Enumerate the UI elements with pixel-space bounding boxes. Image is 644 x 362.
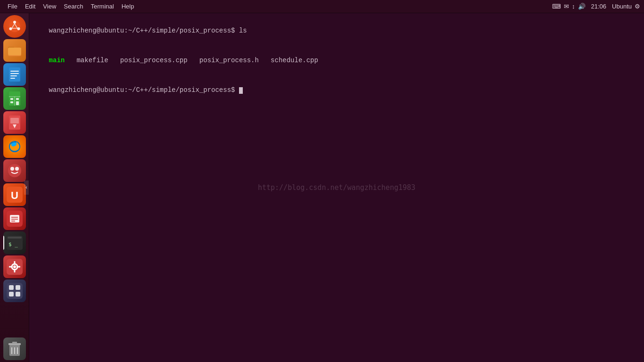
svg-rect-39 [14, 261, 15, 265]
menu-file[interactable]: File [4, 2, 21, 11]
svg-text:$ _: $ _ [8, 241, 18, 247]
svg-rect-9 [10, 73, 19, 74]
svg-rect-16 [16, 98, 19, 100]
svg-rect-42 [17, 266, 20, 268]
svg-text:U: U [11, 189, 18, 201]
launcher-ubuntu-one[interactable]: U [3, 183, 26, 206]
svg-rect-15 [10, 98, 13, 100]
svg-point-26 [15, 167, 19, 171]
svg-rect-18 [16, 101, 19, 105]
svg-rect-41 [9, 266, 13, 268]
watermark: http://blog.csdn.net/wangzhicheng1983 [258, 183, 415, 192]
launcher: U $ _ [0, 13, 29, 362]
launcher-writer[interactable] [3, 63, 26, 86]
svg-rect-11 [10, 78, 15, 79]
svg-rect-8 [10, 71, 19, 72]
terminal-line-2: main makefile posix_process.cpp posix_pr… [33, 46, 640, 75]
svg-rect-45 [9, 285, 14, 290]
session-icon[interactable]: ⚙ [635, 3, 640, 10]
sound-icon[interactable]: 🔊 [578, 3, 586, 10]
svg-rect-17 [10, 101, 13, 103]
launcher-pidgin[interactable] [3, 159, 26, 182]
network-icon[interactable]: ↕ [572, 3, 575, 10]
svg-rect-44 [7, 283, 23, 299]
username: Ubuntu [612, 3, 632, 10]
clock: 21:06 [591, 3, 607, 10]
svg-point-25 [10, 167, 14, 171]
system-tray: ⌨ ✉ ↕ 🔊 21:06 Ubuntu ⚙ [552, 3, 640, 10]
menu-terminal[interactable]: Terminal [87, 2, 118, 11]
svg-rect-40 [14, 269, 15, 272]
keyboard-icon[interactable]: ⌨ [552, 3, 561, 10]
menu-bar: File Edit View Search Terminal Help ⌨ ✉ … [0, 0, 644, 13]
launcher-expo[interactable] [3, 280, 26, 302]
svg-rect-10 [10, 75, 17, 76]
svg-point-43 [13, 265, 16, 268]
launcher-settings[interactable] [3, 255, 26, 278]
svg-rect-46 [16, 285, 20, 290]
svg-rect-35 [8, 237, 22, 239]
terminal-cursor [239, 87, 243, 94]
svg-rect-48 [16, 292, 20, 296]
mail-icon[interactable]: ✉ [564, 3, 569, 10]
svg-rect-20 [10, 118, 19, 123]
launcher-files[interactable] [3, 39, 26, 62]
launcher-inscribe[interactable] [3, 207, 26, 230]
launcher-calc[interactable] [3, 87, 26, 110]
terminal-line-3: wangzhicheng@ubuntu:~/C++/simple/posix_p… [33, 75, 640, 105]
svg-rect-7 [9, 67, 20, 82]
menu-search[interactable]: Search [60, 2, 87, 11]
launcher-firefox[interactable] [3, 135, 26, 158]
svg-rect-51 [12, 342, 17, 344]
svg-rect-6 [8, 48, 21, 55]
svg-rect-47 [9, 292, 14, 296]
launcher-ubuntu[interactable] [3, 15, 26, 38]
svg-point-24 [8, 164, 21, 177]
terminal-line-1: wangzhicheng@ubuntu:~/C++/simple/posix_p… [33, 16, 640, 46]
svg-point-2 [17, 27, 20, 30]
menu-view[interactable]: View [39, 2, 60, 11]
launcher-collapse-button[interactable]: ‹ [24, 181, 29, 195]
menu-help[interactable]: Help [118, 2, 138, 11]
svg-point-3 [9, 27, 12, 30]
launcher-trash[interactable] [3, 337, 26, 360]
menu-edit[interactable]: Edit [21, 2, 39, 11]
launcher-terminal[interactable]: $ _ [3, 231, 26, 254]
terminal-window[interactable]: wangzhicheng@ubuntu:~/C++/simple/posix_p… [29, 13, 644, 362]
launcher-impress[interactable] [3, 111, 26, 134]
